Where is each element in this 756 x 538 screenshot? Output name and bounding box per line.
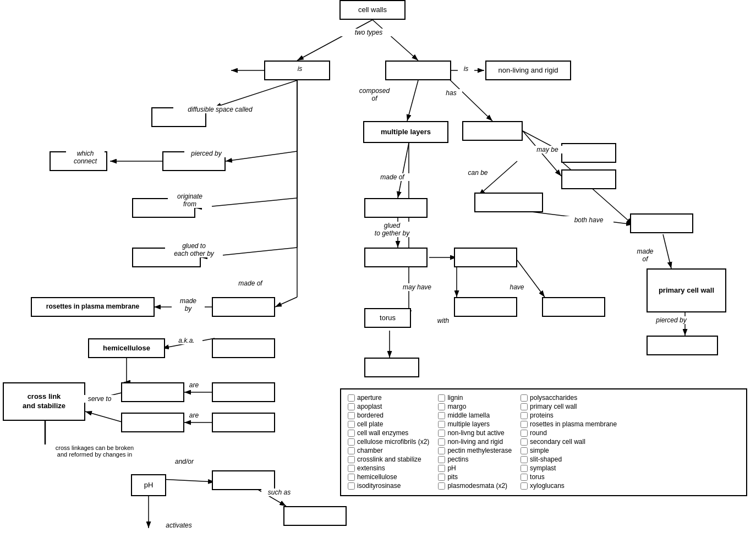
bothhave-node [630,213,693,233]
svg-line-12 [523,131,561,176]
gluedtogether-node [364,248,428,267]
legend-item: cellulose microfibrils (x2) [348,438,429,446]
svg-line-27 [275,297,297,307]
cell-walls-node: cell walls [339,0,406,20]
concept-map: cell walls non-living and rigid multiple… [0,0,756,538]
have-label: have [502,283,532,291]
cross-linkages-label: cross linkages can be brokenand reformed… [29,444,161,458]
mayh1-node [454,297,517,317]
legend-item: secondary cell wall [521,438,617,446]
svg-line-21 [663,234,671,268]
cross-link-node: cross link and stabilize [3,382,85,421]
is-right-label: is [458,65,474,73]
svg-line-9 [226,151,297,161]
multiple-layers-node: multiple layers [363,121,448,143]
legend-item: margo [438,403,512,410]
legend-item: slit-shaped [521,455,617,463]
may-have-label: may have [395,283,439,291]
rosettes-label: rosettes in plasma membrane [46,303,139,311]
ph-label: pH [144,481,154,490]
with-below-node [364,358,419,377]
two-types-label: two types [338,29,399,36]
serve-to-label: serve to [80,395,119,403]
legend-item: torus [521,473,617,481]
svg-line-39 [85,411,124,422]
and-or-label: and/or [168,458,201,465]
primary-cell-wall-label: primary cell wall [659,286,714,295]
legend-item: round [521,429,617,437]
canbe2-node [561,169,616,189]
made-of-label: made of [373,173,412,181]
pierced-primary-node [647,336,718,355]
is-left-label: is [292,65,308,73]
glued-together-label: gluedto gether by [366,222,418,237]
are2-left-node [121,413,184,432]
legend-item: rosettes in plasma membrane [521,420,617,428]
made-of-right-label: madeof [630,248,660,263]
below-glued-node [454,248,517,267]
hemicellulose-label: hemicellulose [103,344,150,353]
legend-item: plasmodesmata (x2) [438,482,512,490]
legend-item: chamber [348,447,429,454]
legend-item: pits [438,473,512,481]
are2-right-node [212,413,275,432]
legend-item: cell plate [348,420,429,428]
legend-item: crosslink and stabilize [348,455,429,463]
svg-line-7 [215,80,297,107]
made-of2-label: made of [231,279,270,287]
legend-col-3: polysaccharides primary cell wall protei… [521,394,617,491]
legend-item: lignin [438,394,512,402]
legend-item: simple [521,447,617,454]
are1-left-node [121,382,184,402]
legend-item: apoplast [348,403,429,410]
aka-label: a.k.a. [171,337,202,344]
legend-col-2: lignin margo middle lamella multiple lay… [438,394,512,491]
cross-link-label: cross link and stabilize [23,392,65,411]
hemicellulose-node: hemicellulose [88,338,165,358]
has-label: has [440,89,462,97]
torus-label: torus [380,314,396,323]
pierced-by1-label: pierced by [184,150,228,157]
glued-each-label: glued toeach other by [165,242,223,257]
right-type-node [385,61,451,80]
svg-line-17 [398,143,409,198]
pierced-by2-label: pierced by [647,316,696,324]
legend-item: xyloglucans [521,482,617,490]
andor-right-node [212,470,275,490]
svg-line-5 [407,80,418,121]
madeof-mid-node [364,198,428,218]
may-be-label: may be [528,146,567,153]
which-connect-label: whichconnect [66,150,105,165]
legend-item: middle lamella [438,411,512,419]
primary-cell-wall-node: primary cell wall [647,268,726,312]
ph-node: pH [131,474,166,496]
legend-item: symplast [521,464,617,472]
legend-item: pectin methylesterase [438,447,512,454]
has-right-node [462,121,523,141]
legend-item: cell wall enzymes [348,429,429,437]
non-living-rigid-node: non-living and rigid [485,61,571,80]
svg-line-2 [372,20,418,61]
mayh2-node [542,297,605,317]
legend-item: aperture [348,394,429,402]
are2-label: are [184,411,204,419]
legend-item: non-livng but active [438,429,512,437]
canbe1-node [561,143,616,163]
multiple-layers-label: multiple layers [381,128,431,137]
svg-line-1 [297,20,372,61]
legend-item: primary cell wall [521,403,617,410]
such-as-label: such as [261,488,297,496]
cell-walls-label: cell walls [358,6,387,15]
are1-label: are [184,381,204,389]
legend-item: pectins [438,455,512,463]
legend-item: pH [438,464,512,472]
legend-col-1: aperture apoplast bordered cell plate ce… [348,394,429,491]
legend-item: proteins [521,411,617,419]
originate-from-label: originatefrom [168,193,212,208]
legend-item: bordered [348,411,429,419]
canbe-mid-node [474,193,543,212]
aka-node [212,338,275,358]
non-living-rigid-label: non-living and rigid [498,66,558,75]
legend-box: aperture apoplast bordered cell plate ce… [340,388,747,496]
svg-line-18 [479,161,517,195]
